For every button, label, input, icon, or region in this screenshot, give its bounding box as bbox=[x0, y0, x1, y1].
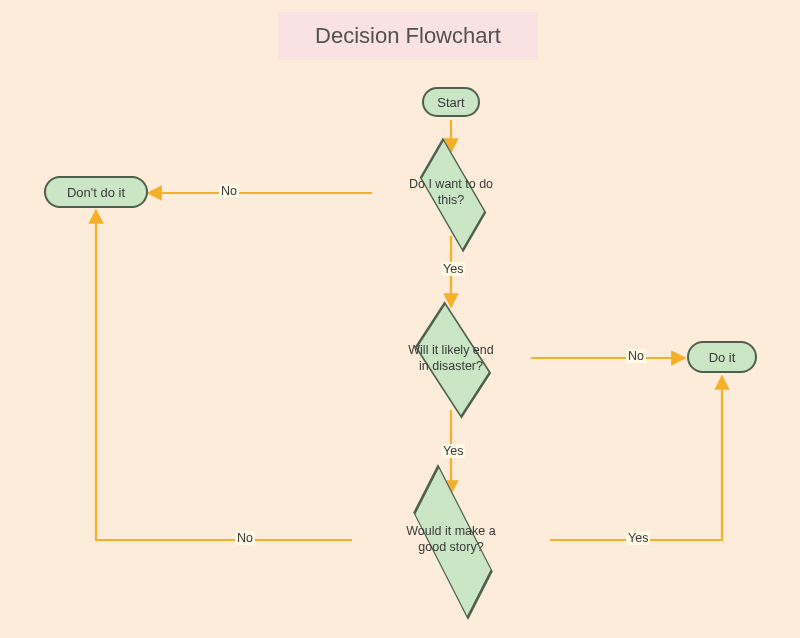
edge-label-disaster-no: No bbox=[626, 349, 646, 363]
node-question-story bbox=[380, 469, 522, 611]
flowchart-canvas: Decision Flowchart No Yes No Yes No bbox=[0, 0, 800, 638]
node-question-want bbox=[393, 135, 509, 251]
edge-label-story-no: No bbox=[235, 531, 255, 545]
node-start: Start bbox=[422, 87, 480, 117]
edge-label-story-yes: Yes bbox=[626, 531, 650, 545]
edge-label-want-yes: Yes bbox=[441, 262, 465, 276]
edge-story-yes bbox=[550, 376, 722, 540]
edge-label-disaster-yes: Yes bbox=[441, 444, 465, 458]
chart-title: Decision Flowchart bbox=[278, 12, 538, 60]
node-question-disaster bbox=[393, 300, 509, 416]
edge-story-no bbox=[96, 210, 352, 540]
edge-label-want-no: No bbox=[219, 184, 239, 198]
node-dont-do-it: Don't do it bbox=[44, 176, 148, 208]
node-do-it: Do it bbox=[687, 341, 757, 373]
